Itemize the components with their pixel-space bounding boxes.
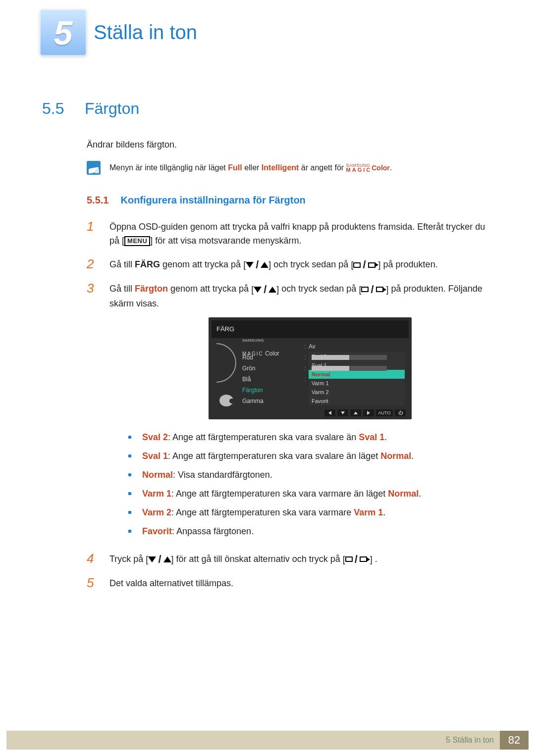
bullet-item: Varm 2: Ange att färgtemperaturen ska va… <box>128 504 493 520</box>
bullet-key: Normal <box>142 470 173 480</box>
updown-keys: [/] <box>251 283 279 297</box>
source-arrow-icon <box>360 556 370 562</box>
triangle-down-icon <box>148 556 156 562</box>
text: för att gå till önskat alternativ och tr… <box>176 554 343 564</box>
bullet-text: : Ange att färgtemperaturen ska vara var… <box>171 507 354 517</box>
osd-navbar: AUTO ⏻ <box>212 406 409 417</box>
menu-key: MENU <box>124 236 150 246</box>
footer-label: 5 Ställa in ton <box>446 736 494 745</box>
nav-power-icon: ⏻ <box>395 409 406 416</box>
subsection-number: 5.5.1 <box>87 195 108 206</box>
osd-panel: FÄRG SAMS <box>209 317 412 419</box>
text: genom att trycka på <box>162 259 243 269</box>
step-4: 4 Tryck på [/] för att gå till önskat al… <box>87 552 493 566</box>
source-keys: [/] <box>343 553 373 566</box>
bullet-key: Varm 1 <box>142 489 171 499</box>
nav-enter-icon <box>363 409 374 416</box>
brand-bottom: MAGIC <box>346 167 372 172</box>
text: Gå till <box>109 259 135 269</box>
bullet-ref: Normal <box>380 451 411 461</box>
step-body: Tryck på [/] för att gå till önskat alte… <box>109 552 493 566</box>
t: SAMSUNG <box>242 338 264 343</box>
step-1: 1 Öppna OSD-guiden genom att trycka på v… <box>87 220 493 248</box>
osd-row-gamma: Gamma <box>242 396 297 406</box>
source-arrow-icon <box>368 262 378 268</box>
note-part: . <box>390 163 392 172</box>
footer-bar: 5 Ställa in ton 82 <box>6 731 529 750</box>
triangle-down-icon <box>246 262 254 268</box>
magiccolor-logo: SAMSUNG MAGIC <box>346 163 372 172</box>
step-2: 2 Gå till FÄRG genom att trycka på [/] o… <box>87 257 493 272</box>
half-ring-icon <box>216 343 236 383</box>
updown-keys: [/] <box>243 258 271 272</box>
note-highlight: Intelligent <box>262 163 299 172</box>
source-keys: [/] <box>359 283 388 297</box>
bullet-tail: . <box>411 451 414 461</box>
osd-values: :Av :50 :50 : Sval 2 Sval 1 Normal Va <box>302 341 405 406</box>
section-intro: Ändrar bildens färgton. <box>87 140 493 150</box>
bullet-ref: Varm 1 <box>354 507 383 517</box>
nav-down-icon <box>337 409 348 416</box>
note-icon <box>87 161 101 175</box>
page-number: 82 <box>500 731 529 750</box>
palette-icon <box>219 395 233 406</box>
page-content: 5.5 Färgton Ändrar bildens färgton. Meny… <box>0 100 535 590</box>
nav-left-icon <box>324 409 335 416</box>
bullet-text: : Ange att färgtemperaturen ska vara sva… <box>168 432 359 442</box>
note-part: eller <box>244 163 262 172</box>
osd-label: Gamma <box>242 394 292 408</box>
osd-option: Favorit <box>309 397 405 405</box>
bullet-tail: . <box>419 489 421 499</box>
chapter-number: 5 <box>54 13 73 52</box>
text: och tryck sedan på <box>273 259 351 269</box>
nav-auto: AUTO <box>376 409 393 416</box>
step-body: Öppna OSD-guiden genom att trycka på val… <box>109 220 493 248</box>
step-body: Gå till Färgton genom att trycka på [/] … <box>109 282 493 542</box>
step-number: 1 <box>87 220 97 248</box>
bullet-text: : Visa standardfärgtonen. <box>173 470 272 480</box>
option-bullets: Sval 2: Ange att färgtemperaturen ska va… <box>128 429 493 539</box>
step-list: 1 Öppna OSD-guiden genom att trycka på v… <box>87 220 493 590</box>
text: Tryck på <box>109 554 146 564</box>
step-number: 4 <box>87 552 97 566</box>
document-page: 5 Ställa in ton 5.5 Färgton Ändrar bilde… <box>0 0 535 756</box>
note-text: Menyn är inte tillgänglig när läget Full… <box>109 163 392 173</box>
triangle-up-icon <box>261 262 268 268</box>
nav-up-icon <box>350 409 361 416</box>
bullet-key: Favorit <box>142 526 172 536</box>
section-number: 5.5 <box>42 100 71 118</box>
text: Gå till <box>109 284 135 294</box>
bullet-item: Sval 1: Ange att färgtemperaturen ska va… <box>128 448 493 464</box>
subsection-title: Konfigurera inställningarna för Färgton <box>120 195 305 206</box>
page-footer: 5 Ställa in ton 82 <box>0 729 535 756</box>
osd-menu-col: SAMSUNG MAGIC Color Röd Grön Blå <box>242 341 297 406</box>
source-icon <box>361 287 369 292</box>
section-header: 5.5 Färgton <box>42 100 493 118</box>
osd-val-bla: : Sval 2 Sval 1 Normal Varm 1 Varm 2 Fav… <box>302 374 405 385</box>
osd-decor <box>215 341 237 406</box>
osd-screenshot: FÄRG SAMS <box>209 317 412 419</box>
bullet-item: Sval 2: Ange att färgtemperaturen ska va… <box>128 429 493 445</box>
slider-bar <box>312 355 387 360</box>
bullet-item: Normal: Visa standardfärgtonen. <box>128 467 493 483</box>
bullet-tail: . <box>384 432 387 442</box>
triangle-up-icon <box>163 556 171 562</box>
step-number: 2 <box>87 257 97 272</box>
updown-keys: [/] <box>146 553 173 566</box>
triangle-down-icon <box>254 287 262 293</box>
chapter-badge: 5 <box>40 9 87 56</box>
source-icon <box>353 262 361 268</box>
section-title: Färgton <box>85 100 139 118</box>
slider-bar <box>312 366 387 371</box>
bullet-ref: Normal <box>388 489 419 499</box>
subsection-header: 5.5.1 Konfigurera inställningarna för Fä… <box>87 195 493 206</box>
brand-word: Color <box>372 164 390 172</box>
step-number: 5 <box>87 576 97 590</box>
bullet-item: Favorit: Anpassa färgtonen. <box>128 523 493 539</box>
source-arrow-icon <box>376 287 386 292</box>
note-highlight: Full <box>228 163 242 172</box>
step-5: 5 Det valda alternativet tillämpas. <box>87 576 493 590</box>
bullet-ref: Sval 1 <box>359 432 384 442</box>
source-keys: [/] <box>351 258 380 272</box>
text: för att visa motsvarande menyskärm. <box>155 236 301 246</box>
